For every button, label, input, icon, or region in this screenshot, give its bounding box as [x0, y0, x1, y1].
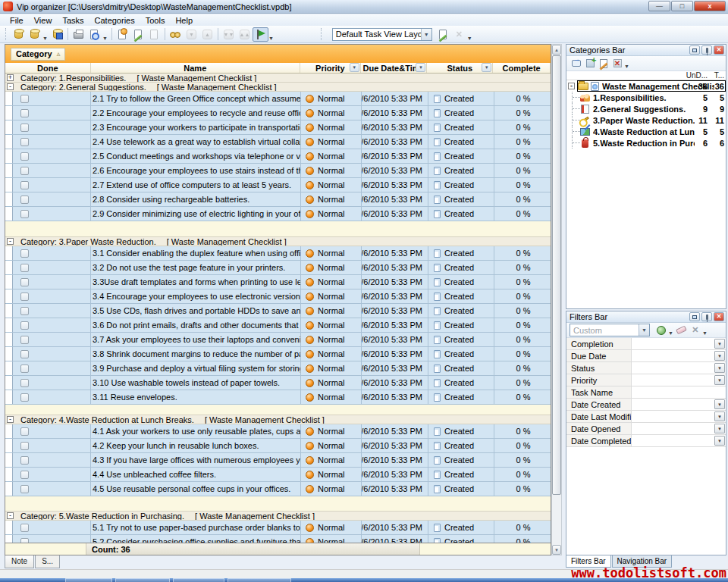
- apply-filter-button[interactable]: [654, 324, 668, 336]
- expand-group-icon[interactable]: +: [7, 74, 14, 81]
- clear-filter-button[interactable]: [675, 324, 689, 336]
- collapse-tree-icon[interactable]: -: [568, 83, 575, 89]
- task-name-cell[interactable]: 3.10 Use washable towels instead of pape…: [91, 376, 301, 390]
- done-checkbox[interactable]: [20, 210, 29, 218]
- task-name-cell[interactable]: 4.5 Use reusable personal coffee cups in…: [91, 482, 301, 496]
- minimize-button[interactable]: —: [648, 1, 670, 11]
- task-name-cell[interactable]: 3.5 Use CDs, flash drives and portable H…: [91, 304, 301, 318]
- task-row[interactable]: 3.6 Do not print emails, drafts and othe…: [5, 318, 551, 333]
- panel-close-button[interactable]: ✕: [714, 45, 724, 55]
- due-filter-button[interactable]: ▼: [416, 63, 425, 72]
- task-row[interactable]: 2.1 Try to follow the Green Office conce…: [5, 92, 551, 106]
- task-row[interactable]: 3.9 Purchase and deploy a virtual filing…: [5, 361, 551, 376]
- collapse-group-icon[interactable]: -: [7, 238, 14, 245]
- menu-tools[interactable]: Tools: [140, 16, 171, 25]
- open-database-dropdown[interactable]: ▼: [42, 36, 48, 42]
- taskbar-button[interactable]: [65, 578, 112, 582]
- filter-dropdown-button[interactable]: ▼: [714, 411, 725, 421]
- menu-file[interactable]: File: [5, 16, 29, 25]
- filter-dropdown-button[interactable]: ▼: [714, 424, 725, 433]
- taskbar-button[interactable]: [173, 578, 224, 582]
- done-checkbox[interactable]: [20, 471, 29, 479]
- done-checkbox[interactable]: [20, 350, 29, 358]
- task-name-cell[interactable]: 3.9 Purchase and deploy a virtual filing…: [91, 361, 301, 375]
- filter-value-field[interactable]: [632, 338, 726, 349]
- column-header-priority[interactable]: Priority▼: [300, 63, 361, 73]
- status-filter-button[interactable]: ▼: [482, 63, 491, 72]
- task-row[interactable]: 4.5 Use reusable personal coffee cups in…: [5, 482, 551, 496]
- filter-value-field[interactable]: [632, 362, 726, 374]
- filter-value-field[interactable]: [632, 411, 726, 422]
- done-checkbox[interactable]: [20, 293, 29, 301]
- done-checkbox[interactable]: [20, 456, 29, 465]
- panel-restore-button[interactable]: [689, 45, 700, 55]
- task-row[interactable]: 2.3 Encourage your workers to participat…: [5, 120, 551, 135]
- scroll-down-button[interactable]: ▼: [552, 545, 561, 555]
- task-name-cell[interactable]: 2.3 Encourage your workers to participat…: [91, 120, 301, 134]
- done-checkbox[interactable]: [20, 181, 29, 189]
- new-task-button[interactable]: [115, 27, 130, 42]
- task-name-cell[interactable]: 3.2 Do not use the test page feature in …: [91, 261, 301, 274]
- menu-view[interactable]: View: [29, 16, 58, 25]
- task-row[interactable]: 4.2 Keep your lunch in reusable lunch bo…: [5, 439, 551, 453]
- taskbar-button[interactable]: [228, 578, 291, 582]
- task-row[interactable]: 4.4 Use unbleached coffee filters.Normal…: [5, 468, 551, 482]
- done-checkbox[interactable]: [20, 379, 29, 387]
- layout-combo-dropdown[interactable]: ▼: [421, 29, 431, 40]
- done-checkbox[interactable]: [20, 321, 29, 330]
- task-row[interactable]: 5.1 Try not to use paper-based purchase …: [5, 521, 551, 535]
- filter-preset-combo[interactable]: Custom ▼: [570, 324, 650, 336]
- flag-view-dropdown[interactable]: ▼: [268, 36, 274, 42]
- category-group-row[interactable]: -Category: 3.Paper Waste Reduction.[ Was…: [5, 237, 551, 246]
- print-preview-button[interactable]: [86, 27, 102, 42]
- priority-filter-button[interactable]: ▼: [350, 63, 359, 72]
- taskbar-button[interactable]: [115, 578, 170, 582]
- filter-dropdown-button[interactable]: ▼: [714, 351, 725, 361]
- task-name-cell[interactable]: 3.4 Encourage your employees to use elec…: [91, 289, 301, 303]
- task-name-cell[interactable]: 4.3 If you have large offices with numer…: [91, 453, 301, 467]
- filter-value-field[interactable]: [632, 386, 726, 398]
- task-name-cell[interactable]: 3.6 Do not print emails, drafts and othe…: [91, 318, 301, 332]
- column-header-due[interactable]: Due Date&Time▼: [361, 63, 428, 73]
- filter-value-field[interactable]: [632, 423, 726, 434]
- done-checkbox[interactable]: [20, 95, 29, 103]
- column-header-done[interactable]: Done: [5, 63, 91, 73]
- done-checkbox[interactable]: [20, 138, 29, 146]
- categories-more-dropdown[interactable]: ▼: [624, 64, 629, 70]
- task-row[interactable]: 3.3Use draft templates and forms when pr…: [5, 275, 551, 289]
- task-name-cell[interactable]: 2.7 Extend use of office computers to at…: [91, 178, 301, 192]
- layout-more-dropdown[interactable]: ▼: [467, 36, 472, 42]
- filter-value-field[interactable]: [632, 350, 726, 361]
- tree-category-item[interactable]: 2.General Suggestions.99: [566, 103, 726, 114]
- task-row[interactable]: 4.1 Ask your workers to use only reusabl…: [5, 424, 551, 439]
- print-button[interactable]: [71, 27, 86, 42]
- category-group-row[interactable]: -Category: 4.Waste Reduction at Lunch Br…: [5, 415, 551, 424]
- done-checkbox[interactable]: [20, 307, 29, 315]
- done-checkbox[interactable]: [20, 336, 29, 344]
- task-row[interactable]: 2.9 Consider minimizing use of electric …: [5, 207, 551, 221]
- apply-filter-dropdown[interactable]: ▼: [668, 330, 673, 337]
- category-group-row[interactable]: -Category: 2.General Suggestions.[ Waste…: [5, 83, 551, 92]
- task-row[interactable]: 3.8 Shrink document margins to reduce th…: [5, 347, 551, 361]
- tree-category-item[interactable]: 5.Waste Reduction in Purchasing.66: [566, 137, 726, 149]
- panel-pin-button[interactable]: [701, 45, 712, 55]
- task-row[interactable]: 2.8 Consider using rechargeable batterie…: [5, 192, 551, 207]
- task-row[interactable]: 2.5 Conduct meetings and workshops via t…: [5, 149, 551, 164]
- task-name-cell[interactable]: 2.2 Encourage your employees to recycle …: [91, 106, 301, 120]
- category-group-row[interactable]: -Category: 5.Waste Reduction in Purchasi…: [5, 512, 551, 521]
- task-name-cell[interactable]: 2.1 Try to follow the Green Office conce…: [91, 92, 301, 105]
- filters-pin-button[interactable]: [701, 312, 712, 321]
- filters-more-dropdown[interactable]: ▼: [702, 330, 708, 337]
- tree-root-tasklist[interactable]: -Waste Management Checklist3636: [566, 80, 726, 92]
- done-checkbox[interactable]: [20, 365, 29, 373]
- filter-dropdown-button[interactable]: ▼: [714, 375, 725, 385]
- category-group-row[interactable]: +Category: 1.Responsibilities.[ Waste Ma…: [5, 74, 551, 83]
- grid-vertical-scrollbar[interactable]: ▲ ▼: [551, 44, 562, 555]
- done-checkbox[interactable]: [20, 524, 29, 532]
- task-name-cell[interactable]: 2.4 Use telework as a great way to estab…: [91, 135, 301, 149]
- task-view-layout-combo[interactable]: Default Task View Layout ▼: [332, 28, 432, 41]
- edit-category-button[interactable]: [597, 58, 610, 70]
- view-tasks-button[interactable]: [168, 27, 184, 42]
- task-row[interactable]: 2.2 Encourage your employees to recycle …: [5, 106, 551, 120]
- done-checkbox[interactable]: [20, 393, 29, 402]
